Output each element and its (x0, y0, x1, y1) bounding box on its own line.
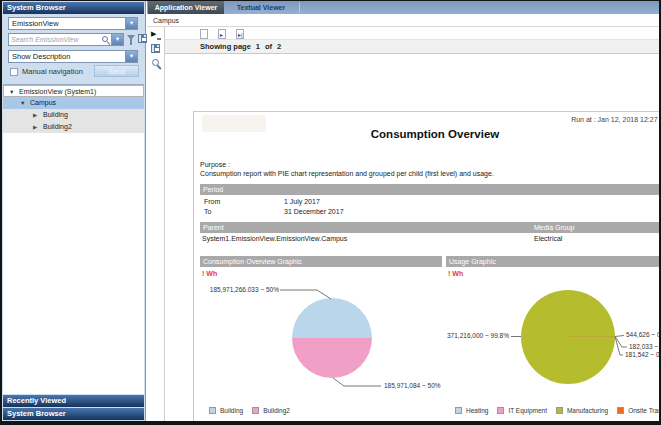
save-search-icon[interactable] (138, 34, 147, 43)
breadcrumb-row: Campus (147, 14, 659, 27)
legend-swatch (209, 407, 216, 414)
tree-item-emissionview[interactable]: ▼ EmissionView (System1) (3, 85, 144, 97)
callout-manufacturing: 371,216,000 ~ 99.8% (422, 332, 509, 339)
last-page-icon[interactable]: ▸| (236, 29, 244, 39)
callout-building2: 185,971,084 ~ 50% (384, 382, 441, 389)
usage-legend: Heating IT Equipment Manufacturing Onsit… (455, 407, 661, 414)
parent-value: System1.EmissionView.EmissionView.Campus (202, 235, 347, 242)
description-selector-value: Show Description (12, 51, 70, 63)
search-icon[interactable] (102, 36, 108, 42)
legend-swatch (252, 407, 259, 414)
callout-heating: 544,626 ~ 0.15% (626, 331, 661, 338)
search-input[interactable] (11, 34, 103, 45)
zoom-icon[interactable] (152, 59, 159, 66)
chevron-down-icon[interactable]: ▼ (125, 51, 137, 62)
send-button[interactable]: Send (94, 65, 139, 77)
tree-collapsed-icon[interactable]: ▶ (33, 109, 37, 121)
main-area: Application Viewer Textual Viewer Campus… (147, 1, 659, 421)
navigation-tree: ▼ EmissionView (System1) ▼ Campus ▶ Buil… (3, 84, 144, 394)
run-report-icon[interactable]: ▶ (151, 30, 161, 40)
total-pages: 2 (277, 42, 281, 51)
breadcrumb: Campus (153, 14, 179, 27)
search-options-chevron-icon[interactable]: ▼ (111, 34, 123, 45)
parent-header: Parent (203, 224, 224, 231)
legend-item-it-equipment: IT Equipment (497, 407, 547, 414)
system-browser-bar[interactable]: System Browser (3, 408, 144, 420)
tree-item-building[interactable]: ▶ Building (3, 109, 144, 121)
unit-warning-left: ! Wh (202, 270, 217, 277)
from-value: 1 July 2017 (284, 198, 320, 205)
system-browser-title: System Browser (3, 2, 144, 14)
report-title: Consumption Overview (194, 128, 661, 140)
legend-swatch (617, 407, 624, 414)
description-selector[interactable]: Show Description ▼ (8, 50, 138, 63)
paging-status: Showing page1of2 (200, 40, 286, 54)
period-header: Period (200, 184, 661, 195)
from-label: From (204, 198, 220, 205)
callout-it-equipment: 182,033 ~ 0% (629, 343, 661, 350)
search-box: ▼ (8, 33, 124, 46)
run-timestamp: Run at : Jan 12, 2018 12:27 PM (571, 116, 661, 123)
report-page: Run at : Jan 12, 2018 12:27 PM Consumpti… (193, 111, 661, 425)
legend-item-manufacturing: Manufacturing (556, 407, 608, 414)
legend-swatch (556, 407, 563, 414)
current-page: 1 (256, 42, 260, 51)
first-page-icon[interactable] (200, 29, 208, 39)
tree-item-campus[interactable]: ▼ Campus (3, 97, 144, 109)
to-value: 31 December 2017 (284, 208, 344, 215)
legend-item-heating: Heating (455, 407, 488, 414)
report-viewer: Run at : Jan 12, 2018 12:27 PM Consumpti… (165, 54, 659, 421)
callout-onsite-transport: 181,542 ~ 0.05% (625, 351, 661, 358)
consumption-legend: Building Building2 (209, 407, 290, 414)
legend-swatch (497, 407, 504, 414)
tree-item-building2[interactable]: ▶ Building2 (3, 121, 144, 133)
media-group-value: Electrical (534, 235, 562, 242)
legend-swatch (455, 407, 462, 414)
usage-graphic-header: Usage Graphic (446, 256, 661, 267)
tab-bar: Application Viewer Textual Viewer (147, 1, 659, 14)
legend-item-building2: Building2 (252, 407, 290, 414)
legend-item-onsite-transport: Onsite Transport (617, 407, 661, 414)
view-selector[interactable]: EmissionView ▼ (8, 17, 138, 30)
save-report-icon[interactable] (151, 44, 160, 53)
callout-building: 185,971,266.033 ~ 50% (194, 286, 279, 293)
manual-navigation-label: Manual navigation (22, 67, 83, 76)
view-selector-value: EmissionView (12, 18, 59, 30)
purpose-label: Purpose : (200, 161, 230, 168)
to-label: To (204, 208, 211, 215)
viewer-toolbar-column: ▶ (147, 27, 165, 421)
chevron-down-icon[interactable]: ▼ (125, 18, 137, 29)
filter-icon[interactable] (127, 35, 135, 40)
tab-application-viewer[interactable]: Application Viewer (148, 1, 224, 14)
tree-expanded-icon[interactable]: ▼ (20, 97, 25, 109)
legend-item-building: Building (209, 407, 243, 414)
tab-divider (299, 2, 300, 13)
consumption-pie (292, 298, 372, 378)
paging-toolbar: ▸ ▸| (165, 27, 659, 40)
next-page-icon[interactable]: ▸ (218, 29, 226, 39)
system-browser-panel: System Browser EmissionView ▼ ▼ Show Des… (2, 1, 146, 421)
parent-header-bar: Parent Media Group (200, 222, 661, 233)
tab-textual-viewer[interactable]: Textual Viewer (225, 1, 297, 14)
tree-collapsed-icon[interactable]: ▶ (33, 121, 37, 133)
consumption-graphic-header: Consumption Overview Graphic (200, 256, 442, 267)
usage-pie (521, 290, 615, 384)
unit-warning-right: ! Wh (448, 270, 463, 277)
paging-status-bar: Showing page1of2 (165, 40, 659, 54)
media-group-header: Media Group (534, 222, 574, 233)
pie-callout-lines (194, 112, 661, 425)
app-window: System Browser EmissionView ▼ ▼ Show Des… (0, 0, 661, 425)
manual-navigation-checkbox[interactable] (10, 68, 18, 76)
purpose-text: Consumption report with PIE chart repres… (200, 170, 494, 177)
recently-viewed-bar[interactable]: Recently Viewed (3, 395, 144, 407)
